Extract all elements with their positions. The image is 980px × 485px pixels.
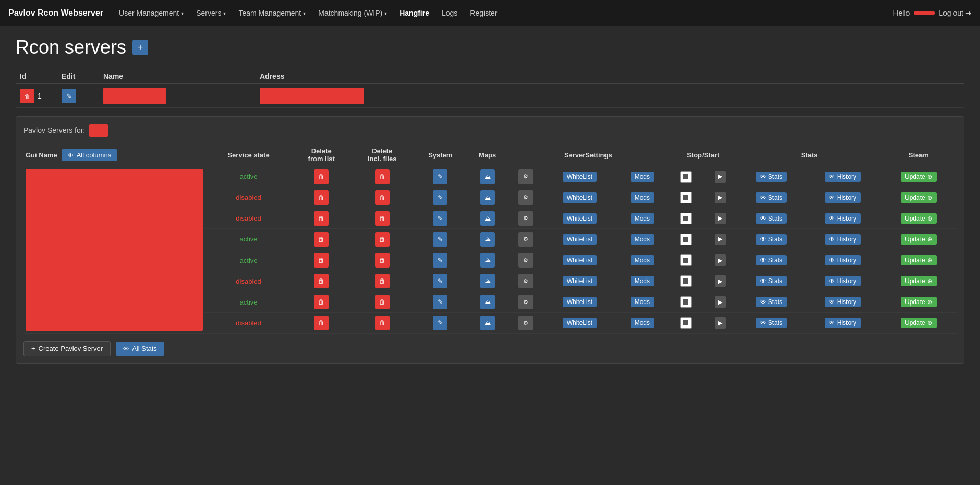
delete-server-button[interactable] bbox=[20, 89, 34, 103]
update-button[interactable]: Update ⊕ bbox=[901, 213, 937, 224]
mods-button[interactable]: Mods bbox=[631, 234, 654, 245]
stop-button[interactable] bbox=[680, 171, 692, 183]
history-button[interactable]: 👁 History bbox=[825, 318, 861, 328]
maps-button[interactable]: ⛰ bbox=[480, 295, 495, 309]
stats-button[interactable]: 👁 Stats bbox=[756, 172, 787, 182]
system-button[interactable]: ✎ bbox=[433, 232, 447, 247]
server-settings-gear-button[interactable]: ⚙ bbox=[518, 295, 533, 309]
delete-incl-files-button[interactable]: 🗑 bbox=[375, 232, 390, 247]
stop-button[interactable] bbox=[680, 192, 692, 203]
delete-incl-files-button[interactable]: 🗑 bbox=[375, 211, 390, 226]
start-button[interactable]: ▶ bbox=[715, 171, 726, 183]
all-stats-button[interactable]: All Stats bbox=[116, 342, 164, 356]
stop-button[interactable] bbox=[680, 317, 692, 329]
stop-button[interactable] bbox=[680, 275, 692, 287]
stats-button[interactable]: 👁 Stats bbox=[756, 318, 787, 328]
update-button[interactable]: Update ⊕ bbox=[901, 192, 937, 203]
delete-incl-files-button[interactable]: 🗑 bbox=[375, 274, 390, 288]
maps-button[interactable]: ⛰ bbox=[480, 316, 495, 330]
server-settings-gear-button[interactable]: ⚙ bbox=[518, 316, 533, 330]
stop-button[interactable] bbox=[680, 296, 692, 308]
whitelist-button[interactable]: WhiteList bbox=[563, 192, 597, 203]
server-settings-gear-button[interactable]: ⚙ bbox=[518, 253, 533, 268]
stop-button[interactable] bbox=[680, 254, 692, 266]
history-button[interactable]: 👁 History bbox=[825, 172, 861, 182]
nav-matchmaking[interactable]: Matchmaking (WIP) ▾ bbox=[313, 6, 392, 20]
system-button[interactable]: ✎ bbox=[433, 316, 447, 330]
whitelist-button[interactable]: WhiteList bbox=[563, 234, 597, 245]
whitelist-button[interactable]: WhiteList bbox=[563, 213, 597, 224]
mods-button[interactable]: Mods bbox=[631, 276, 654, 286]
start-button[interactable]: ▶ bbox=[715, 234, 726, 245]
maps-button[interactable]: ⛰ bbox=[480, 211, 495, 226]
whitelist-button[interactable]: WhiteList bbox=[563, 255, 597, 265]
maps-button[interactable]: ⛰ bbox=[480, 169, 495, 184]
delete-from-list-button[interactable]: 🗑 bbox=[314, 253, 329, 268]
update-button[interactable]: Update ⊕ bbox=[901, 172, 937, 182]
stats-button[interactable]: 👁 Stats bbox=[756, 213, 787, 224]
nav-user-management[interactable]: User Management ▾ bbox=[114, 6, 189, 20]
nav-servers[interactable]: Servers ▾ bbox=[191, 6, 231, 20]
delete-incl-files-button[interactable]: 🗑 bbox=[375, 169, 390, 184]
history-button[interactable]: 👁 History bbox=[825, 255, 861, 265]
maps-button[interactable]: ⛰ bbox=[480, 232, 495, 247]
stats-button[interactable]: 👁 Stats bbox=[756, 255, 787, 265]
delete-from-list-button[interactable]: 🗑 bbox=[314, 190, 329, 205]
stop-button[interactable] bbox=[680, 213, 692, 224]
system-button[interactable]: ✎ bbox=[433, 253, 447, 268]
delete-from-list-button[interactable]: 🗑 bbox=[314, 232, 329, 247]
all-columns-button[interactable]: All columns bbox=[62, 149, 117, 161]
update-button[interactable]: Update ⊕ bbox=[901, 318, 937, 328]
update-button[interactable]: Update ⊕ bbox=[901, 276, 937, 286]
start-button[interactable]: ▶ bbox=[715, 296, 726, 308]
history-button[interactable]: 👁 History bbox=[825, 297, 861, 307]
system-button[interactable]: ✎ bbox=[433, 211, 447, 226]
logout-button[interactable]: Log out ➜ bbox=[939, 9, 972, 17]
add-rcon-server-button[interactable]: + bbox=[132, 40, 148, 55]
whitelist-button[interactable]: WhiteList bbox=[563, 276, 597, 286]
server-settings-gear-button[interactable]: ⚙ bbox=[518, 274, 533, 288]
history-button[interactable]: 👁 History bbox=[825, 192, 861, 203]
delete-incl-files-button[interactable]: 🗑 bbox=[375, 190, 390, 205]
start-button[interactable]: ▶ bbox=[715, 254, 726, 266]
system-button[interactable]: ✎ bbox=[433, 169, 447, 184]
mods-button[interactable]: Mods bbox=[631, 255, 654, 265]
nav-register[interactable]: Register bbox=[465, 6, 502, 20]
server-settings-gear-button[interactable]: ⚙ bbox=[518, 190, 533, 205]
maps-button[interactable]: ⛰ bbox=[480, 253, 495, 268]
delete-from-list-button[interactable]: 🗑 bbox=[314, 169, 329, 184]
mods-button[interactable]: Mods bbox=[631, 318, 654, 328]
mods-button[interactable]: Mods bbox=[631, 213, 654, 224]
delete-from-list-button[interactable]: 🗑 bbox=[314, 295, 329, 309]
server-settings-gear-button[interactable]: ⚙ bbox=[518, 232, 533, 247]
server-settings-gear-button[interactable]: ⚙ bbox=[518, 169, 533, 184]
nav-hangfire[interactable]: Hangfire bbox=[394, 6, 434, 20]
start-button[interactable]: ▶ bbox=[715, 317, 726, 329]
whitelist-button[interactable]: WhiteList bbox=[563, 297, 597, 307]
update-button[interactable]: Update ⊕ bbox=[901, 234, 937, 245]
history-button[interactable]: 👁 History bbox=[825, 234, 861, 245]
delete-from-list-button[interactable]: 🗑 bbox=[314, 211, 329, 226]
stats-button[interactable]: 👁 Stats bbox=[756, 276, 787, 286]
mods-button[interactable]: Mods bbox=[631, 172, 654, 182]
nav-logs[interactable]: Logs bbox=[437, 6, 463, 20]
edit-server-button[interactable] bbox=[62, 89, 76, 103]
system-button[interactable]: ✎ bbox=[433, 295, 447, 309]
whitelist-button[interactable]: WhiteList bbox=[563, 318, 597, 328]
stats-button[interactable]: 👁 Stats bbox=[756, 192, 787, 203]
history-button[interactable]: 👁 History bbox=[825, 213, 861, 224]
stats-button[interactable]: 👁 Stats bbox=[756, 297, 787, 307]
mods-button[interactable]: Mods bbox=[631, 192, 654, 203]
start-button[interactable]: ▶ bbox=[715, 275, 726, 287]
update-button[interactable]: Update ⊕ bbox=[901, 297, 937, 307]
history-button[interactable]: 👁 History bbox=[825, 276, 861, 286]
maps-button[interactable]: ⛰ bbox=[480, 274, 495, 288]
system-button[interactable]: ✎ bbox=[433, 190, 447, 205]
delete-incl-files-button[interactable]: 🗑 bbox=[375, 253, 390, 268]
nav-team-management[interactable]: Team Management ▾ bbox=[233, 6, 311, 20]
system-button[interactable]: ✎ bbox=[433, 274, 447, 288]
delete-from-list-button[interactable]: 🗑 bbox=[314, 316, 329, 330]
server-settings-gear-button[interactable]: ⚙ bbox=[518, 211, 533, 226]
maps-button[interactable]: ⛰ bbox=[480, 190, 495, 205]
mods-button[interactable]: Mods bbox=[631, 297, 654, 307]
